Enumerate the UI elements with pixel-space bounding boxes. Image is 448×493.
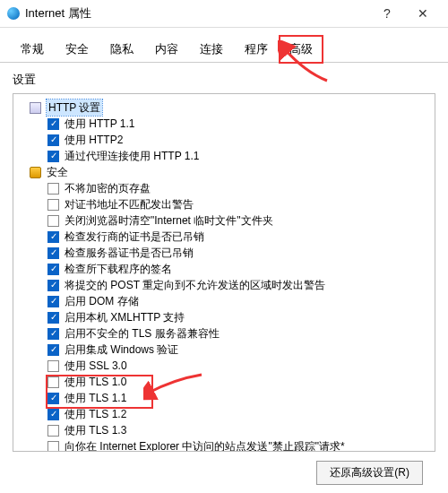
tree-item[interactable]: ✓启用集成 Windows 验证 <box>17 342 431 358</box>
tree-item-label: 安全 <box>47 164 68 180</box>
tab-1[interactable]: 安全 <box>56 36 99 63</box>
tree-item-label: 启用不安全的 TLS 服务器兼容性 <box>65 325 220 342</box>
tree-item[interactable]: ✓使用 TLS 1.1 <box>17 390 431 406</box>
window-title: Internet 属性 <box>25 5 369 22</box>
tree-item-label: 使用 TLS 1.3 <box>65 422 126 438</box>
tree-item[interactable]: ✓检查发行商的证书是否已吊销 <box>17 229 431 245</box>
checkbox[interactable] <box>47 183 59 195</box>
lock-icon <box>30 167 41 178</box>
tree-item-label: 启用本机 XMLHTTP 支持 <box>65 309 185 325</box>
checkbox[interactable] <box>47 215 59 227</box>
tree-item[interactable]: 向你在 Internet Explorer 中访问的站点发送"禁止跟踪"请求* <box>17 438 431 452</box>
checkbox[interactable] <box>47 360 59 372</box>
tab-strip: 常规安全隐私内容连接程序高级 <box>0 28 448 63</box>
checkbox[interactable] <box>47 376 59 388</box>
tree-item-label: 向你在 Internet Explorer 中访问的站点发送"禁止跟踪"请求* <box>65 438 345 452</box>
checkbox[interactable] <box>47 441 59 453</box>
checkbox[interactable]: ✓ <box>47 393 59 404</box>
tree-item-label: 对证书地址不匹配发出警告 <box>65 196 194 212</box>
checkbox[interactable]: ✓ <box>47 280 59 291</box>
tab-4[interactable]: 连接 <box>190 36 233 63</box>
checkbox[interactable]: ✓ <box>47 296 59 307</box>
tree-item[interactable]: ✓检查所下载程序的签名 <box>17 261 431 277</box>
tree-item-label: 将提交的 POST 重定向到不允许发送的区域时发出警告 <box>65 277 325 293</box>
restore-defaults-button[interactable]: 还原高级设置(R) <box>316 461 423 485</box>
checkbox[interactable]: ✓ <box>47 312 59 324</box>
tree-item[interactable]: 使用 TLS 1.3 <box>17 422 431 438</box>
tree-item-label: 检查发行商的证书是否已吊销 <box>65 229 204 245</box>
tree-item-label: 启用集成 Windows 验证 <box>65 342 178 358</box>
settings-tree[interactable]: HTTP 设置✓使用 HTTP 1.1✓使用 HTTP2✓通过代理连接使用 HT… <box>13 93 435 452</box>
doc-icon <box>30 102 41 114</box>
checkbox[interactable]: ✓ <box>47 328 59 340</box>
tree-item[interactable]: ✓使用 HTTP2 <box>17 132 431 148</box>
checkbox[interactable]: ✓ <box>47 118 59 130</box>
tree-item-label: 不将加密的页存盘 <box>65 180 151 196</box>
tree-item[interactable]: 对证书地址不匹配发出警告 <box>17 196 431 212</box>
checkbox[interactable] <box>47 199 59 211</box>
tree-item-label: 检查服务器证书是否已吊销 <box>65 245 194 261</box>
tab-5[interactable]: 程序 <box>235 36 278 63</box>
tab-3[interactable]: 内容 <box>145 36 188 63</box>
checkbox[interactable]: ✓ <box>47 409 59 420</box>
tree-item[interactable]: ✓通过代理连接使用 HTTP 1.1 <box>17 148 431 164</box>
tree-item-label: 通过代理连接使用 HTTP 1.1 <box>65 148 199 164</box>
checkbox[interactable]: ✓ <box>47 247 59 259</box>
tree-item-label: 关闭浏览器时清空"Internet 临时文件"文件夹 <box>65 212 273 229</box>
tree-item[interactable]: ✓检查服务器证书是否已吊销 <box>17 245 431 261</box>
tree-item-label: 检查所下载程序的签名 <box>65 261 172 277</box>
tree-item[interactable]: ✓启用本机 XMLHTTP 支持 <box>17 309 431 325</box>
checkbox[interactable]: ✓ <box>47 151 59 162</box>
tree-item[interactable]: ✓启用不安全的 TLS 服务器兼容性 <box>17 325 431 342</box>
tab-0[interactable]: 常规 <box>11 36 54 63</box>
tree-item[interactable]: ✓将提交的 POST 重定向到不允许发送的区域时发出警告 <box>17 277 431 293</box>
tree-item[interactable]: ✓启用 DOM 存储 <box>17 293 431 309</box>
tab-2[interactable]: 隐私 <box>100 36 143 63</box>
tree-item-label: 启用 DOM 存储 <box>65 293 139 309</box>
tree-item-label: 使用 TLS 1.0 <box>65 374 126 390</box>
settings-label: 设置 <box>13 72 435 88</box>
tree-item[interactable]: ✓使用 HTTP 1.1 <box>17 116 431 132</box>
checkbox[interactable]: ✓ <box>47 264 59 275</box>
tree-item[interactable]: 使用 SSL 3.0 <box>17 358 431 374</box>
tree-item-label: 使用 HTTP2 <box>65 132 123 148</box>
app-icon <box>7 7 20 20</box>
checkbox[interactable]: ✓ <box>47 231 59 243</box>
tree-item[interactable]: ✓使用 TLS 1.2 <box>17 406 431 422</box>
checkbox[interactable] <box>47 425 59 437</box>
tree-item-label: HTTP 设置 <box>47 99 102 116</box>
tree-header: HTTP 设置 <box>17 99 431 116</box>
checkbox[interactable]: ✓ <box>47 344 59 356</box>
tree-item[interactable]: 使用 TLS 1.0 <box>17 374 431 390</box>
close-button[interactable]: ✕ <box>405 6 441 21</box>
tree-item[interactable]: 关闭浏览器时清空"Internet 临时文件"文件夹 <box>17 212 431 229</box>
tree-item[interactable]: 不将加密的页存盘 <box>17 180 431 196</box>
checkbox[interactable]: ✓ <box>47 134 59 146</box>
tree-item-label: 使用 TLS 1.1 <box>65 390 126 406</box>
tree-item-label: 使用 HTTP 1.1 <box>65 116 134 132</box>
tree-header: 安全 <box>17 164 431 180</box>
tree-item-label: 使用 TLS 1.2 <box>65 406 126 422</box>
tab-6[interactable]: 高级 <box>280 36 323 63</box>
tree-item-label: 使用 SSL 3.0 <box>65 358 127 374</box>
help-button[interactable]: ? <box>369 6 405 21</box>
